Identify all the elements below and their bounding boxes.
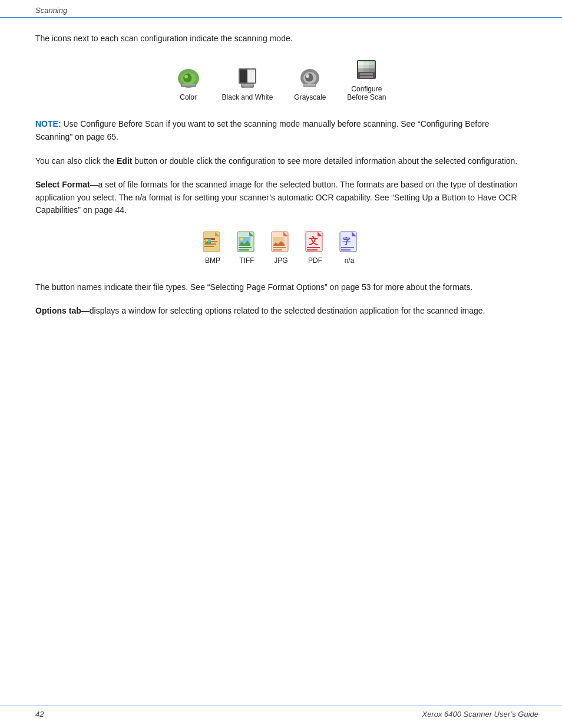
- para1-prefix: You can also click the: [35, 156, 117, 166]
- svg-rect-39: [204, 243, 216, 245]
- na-label: n/a: [345, 256, 355, 265]
- svg-point-2: [184, 75, 188, 78]
- para4-text: —displays a window for selecting options…: [81, 306, 485, 315]
- scan-icon-color: Color: [176, 67, 201, 101]
- para4-bold: Options tab: [35, 306, 81, 315]
- na-icon: 字: [338, 231, 361, 253]
- svg-rect-59: [273, 249, 282, 251]
- content-area: The icons next to each scan configuratio…: [0, 18, 562, 352]
- svg-rect-58: [273, 247, 286, 248]
- svg-rect-25: [358, 65, 363, 68]
- para3: The button names indicate their file typ…: [35, 281, 527, 294]
- configure-icon: [355, 59, 378, 81]
- svg-point-13: [306, 74, 309, 78]
- pdf-icon: 文: [304, 231, 326, 253]
- svg-rect-24: [369, 61, 375, 65]
- para4: Options tab—displays a window for select…: [35, 305, 527, 318]
- header-section-label: Scanning: [35, 6, 67, 15]
- para2: Select Format—a set of file formats for …: [35, 179, 527, 217]
- svg-rect-31: [358, 72, 375, 79]
- svg-point-48: [240, 238, 243, 241]
- grayscale-label: Grayscale: [294, 93, 326, 101]
- para1-suffix: button or double click the configuration…: [132, 156, 517, 166]
- bw-icon: [236, 67, 259, 90]
- format-icon-na: 字 n/a: [338, 231, 361, 265]
- pdf-label: PDF: [308, 256, 322, 265]
- bw-label: Black and White: [222, 93, 273, 101]
- page-container: Scanning The icons next to each scan con…: [0, 0, 562, 728]
- svg-rect-10: [244, 86, 250, 88]
- scan-icon-configure: Configure Before Scan: [347, 59, 386, 101]
- format-icon-tiff: TIFF: [236, 231, 258, 265]
- svg-text:字: 字: [342, 236, 351, 246]
- jpg-label: JPG: [274, 256, 287, 265]
- note-keyword: NOTE:: [35, 119, 61, 129]
- tiff-icon: [236, 231, 258, 253]
- para2-text: —a set of file formats for the scanned i…: [35, 180, 517, 215]
- svg-rect-28: [358, 68, 363, 72]
- svg-rect-50: [239, 247, 252, 248]
- svg-rect-65: [307, 249, 318, 251]
- svg-rect-33: [360, 76, 373, 78]
- svg-rect-29: [363, 68, 369, 72]
- grayscale-icon: [298, 67, 322, 90]
- svg-rect-4: [182, 84, 195, 85]
- svg-rect-9: [242, 84, 253, 86]
- bmp-label: BMP: [205, 256, 220, 265]
- footer-bar: 42 Xerox 6400 Scanner User’s Guide: [0, 706, 562, 719]
- note-block: NOTE: Use Configure Before Scan if you w…: [35, 118, 527, 143]
- para1: You can also click the Edit button or do…: [35, 155, 527, 168]
- svg-rect-40: [204, 246, 214, 247]
- scan-icon-grayscale: Grayscale: [294, 67, 326, 101]
- scan-icon-bw: Black and White: [222, 67, 273, 101]
- bmp-icon: [201, 231, 224, 253]
- svg-point-56: [275, 238, 277, 241]
- svg-rect-32: [360, 73, 373, 75]
- para1-bold: Edit: [117, 156, 132, 166]
- footer-page-number: 42: [35, 710, 44, 719]
- svg-rect-64: [307, 247, 320, 248]
- scan-icons-row: Color Black and White: [35, 59, 527, 101]
- footer-doc-title: Xerox 6400 Scanner User’s Guide: [422, 710, 538, 719]
- para2-bold: Select Format: [35, 180, 90, 189]
- color-icon: [176, 67, 201, 90]
- svg-rect-22: [358, 61, 363, 65]
- svg-rect-51: [239, 249, 249, 251]
- svg-rect-15: [305, 84, 315, 85]
- format-icon-jpg: JPG: [270, 231, 292, 265]
- format-icons-row: BMP TIFF: [35, 231, 527, 265]
- svg-rect-71: [341, 249, 351, 251]
- jpg-icon: [270, 231, 292, 253]
- svg-rect-7: [240, 70, 247, 83]
- note-text: Use Configure Before Scan if you want to…: [35, 119, 489, 141]
- header-bar: Scanning: [0, 0, 562, 18]
- svg-text:文: 文: [309, 235, 318, 246]
- svg-rect-70: [341, 247, 354, 248]
- format-icon-bmp: BMP: [201, 231, 224, 265]
- color-label: Color: [180, 93, 197, 101]
- svg-rect-30: [369, 68, 375, 72]
- tiff-label: TIFF: [239, 256, 254, 265]
- format-icon-pdf: 文 PDF: [304, 231, 326, 265]
- configure-label: Configure Before Scan: [347, 85, 386, 101]
- svg-rect-23: [363, 61, 369, 65]
- svg-rect-26: [363, 65, 369, 68]
- intro-text: The icons next to each scan configuratio…: [35, 32, 527, 45]
- svg-rect-27: [369, 65, 375, 68]
